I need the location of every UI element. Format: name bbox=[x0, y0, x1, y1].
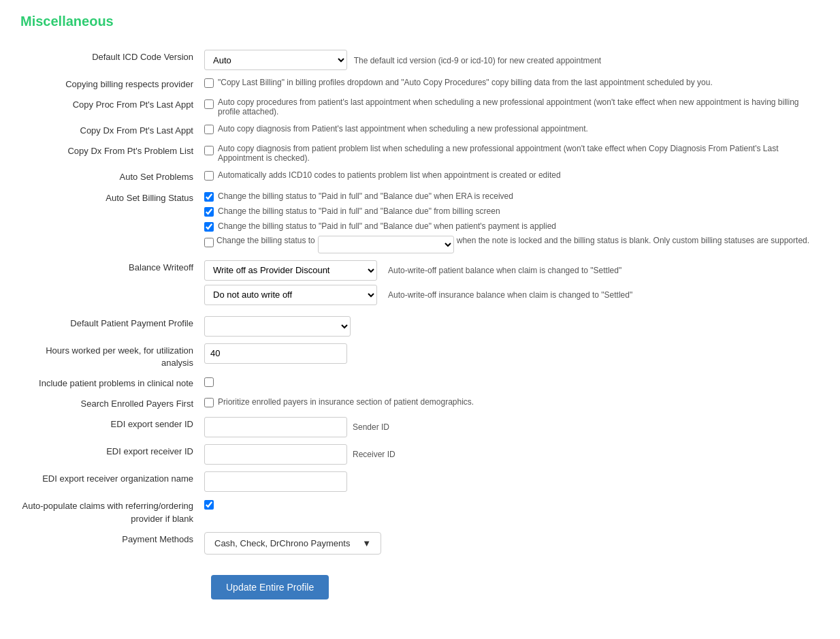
balance-writeoff-label: Balance Writeoff bbox=[20, 258, 204, 309]
default-icd-label: Default ICD Code Version bbox=[20, 47, 204, 70]
include-patient-problems-checkbox[interactable] bbox=[204, 377, 214, 387]
billing-status-2-desc: Change the billing status to "Paid in fu… bbox=[218, 206, 500, 216]
billing-status-1-desc: Change the billing status to "Paid in fu… bbox=[218, 191, 513, 201]
copying-billing-desc: "Copy Last Billing" in billing profiles … bbox=[218, 78, 713, 87]
payment-methods-value: Cash, Check, DrChrono Payments bbox=[214, 538, 350, 548]
payment-methods-label: Payment Methods bbox=[20, 529, 204, 555]
writeoff-insurance-desc: Auto-write-off insurance balance when cl… bbox=[388, 290, 632, 300]
copying-billing-checkbox[interactable] bbox=[204, 78, 214, 88]
edi-receiver-input[interactable] bbox=[204, 444, 347, 465]
billing-status-4-post: when the note is locked and the billing … bbox=[457, 236, 809, 245]
edi-sender-input[interactable] bbox=[204, 417, 347, 437]
search-enrolled-payers-label: Search Enrolled Payers First bbox=[20, 394, 204, 410]
billing-status-1-checkbox[interactable] bbox=[204, 192, 214, 202]
payment-methods-caret-icon: ▼ bbox=[362, 538, 371, 548]
copy-proc-checkbox[interactable] bbox=[204, 99, 214, 109]
writeoff-patient-select[interactable]: Write off as Provider Discount Do not au… bbox=[204, 260, 377, 281]
copy-dx-last-desc: Auto copy diagnosis from Patient's last … bbox=[218, 124, 588, 134]
payment-methods-button[interactable]: Cash, Check, DrChrono Payments ▼ bbox=[204, 532, 381, 555]
default-icd-select[interactable]: Auto ICD-9 ICD-10 bbox=[204, 50, 347, 70]
edi-org-label: EDI export receiver organization name bbox=[20, 469, 204, 492]
default-patient-payment-select[interactable] bbox=[204, 316, 351, 337]
copy-dx-problem-desc: Auto copy diagnosis from patient problem… bbox=[218, 144, 820, 163]
search-enrolled-payers-checkbox[interactable] bbox=[204, 398, 214, 407]
billing-status-3-desc: Change the billing status to "Paid in fu… bbox=[218, 221, 556, 231]
edi-org-input[interactable] bbox=[204, 471, 347, 492]
hours-worked-input[interactable] bbox=[204, 343, 347, 364]
default-patient-payment-label: Default Patient Payment Profile bbox=[20, 313, 204, 337]
default-icd-desc: The default icd version (icd-9 or icd-10… bbox=[354, 56, 602, 65]
edi-receiver-desc: Receiver ID bbox=[353, 450, 395, 459]
auto-populate-label: Auto-populate claims with referring/orde… bbox=[20, 496, 204, 525]
copying-billing-label: Copying billing respects provider bbox=[20, 74, 204, 91]
copy-dx-last-checkbox[interactable] bbox=[204, 125, 214, 134]
include-patient-problems-label: Include patient problems in clinical not… bbox=[20, 373, 204, 390]
copy-dx-last-label: Copy Dx From Pt's Last Appt bbox=[20, 121, 204, 137]
page-title: Miscellaneous bbox=[20, 14, 820, 29]
update-profile-button[interactable]: Update Entire Profile bbox=[211, 575, 329, 599]
copy-proc-label: Copy Proc From Pt's Last Appt bbox=[20, 95, 204, 116]
auto-set-problems-checkbox[interactable] bbox=[204, 171, 214, 181]
edi-receiver-label: EDI export receiver ID bbox=[20, 441, 204, 465]
billing-status-4-checkbox[interactable] bbox=[204, 238, 214, 247]
edi-sender-desc: Sender ID bbox=[353, 422, 389, 432]
copy-dx-problem-checkbox[interactable] bbox=[204, 146, 214, 155]
billing-status-4-select[interactable] bbox=[318, 236, 454, 253]
billing-status-4-pre: Change the billing status to bbox=[216, 236, 315, 245]
copy-proc-desc: Auto copy procedures from patient's last… bbox=[218, 97, 820, 116]
writeoff-patient-desc: Auto-write-off patient balance when clai… bbox=[388, 266, 621, 275]
copy-dx-problem-label: Copy Dx From Pt's Problem List bbox=[20, 141, 204, 163]
auto-set-problems-label: Auto Set Problems bbox=[20, 167, 204, 183]
auto-set-billing-label: Auto Set Billing Status bbox=[20, 188, 204, 253]
edi-sender-label: EDI export sender ID bbox=[20, 414, 204, 437]
writeoff-insurance-select[interactable]: Do not auto write off Write off as Provi… bbox=[204, 285, 377, 305]
auto-populate-checkbox[interactable] bbox=[204, 500, 214, 510]
auto-set-problems-desc: Automatically adds ICD10 codes to patien… bbox=[218, 170, 561, 180]
hours-worked-label: Hours worked per week, for utilization a… bbox=[20, 341, 204, 369]
billing-status-3-checkbox[interactable] bbox=[204, 222, 214, 232]
billing-status-2-checkbox[interactable] bbox=[204, 207, 214, 217]
search-enrolled-payers-desc: Prioritize enrolled payers in insurance … bbox=[218, 397, 474, 407]
